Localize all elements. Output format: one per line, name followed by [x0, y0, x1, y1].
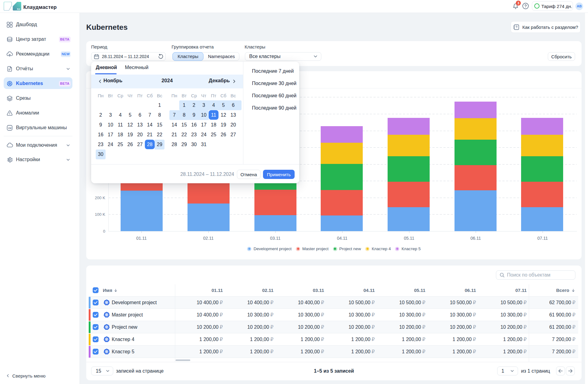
svg-text:VM: VM [8, 127, 11, 130]
svg-text:Кл: Кл [17, 8, 20, 10]
